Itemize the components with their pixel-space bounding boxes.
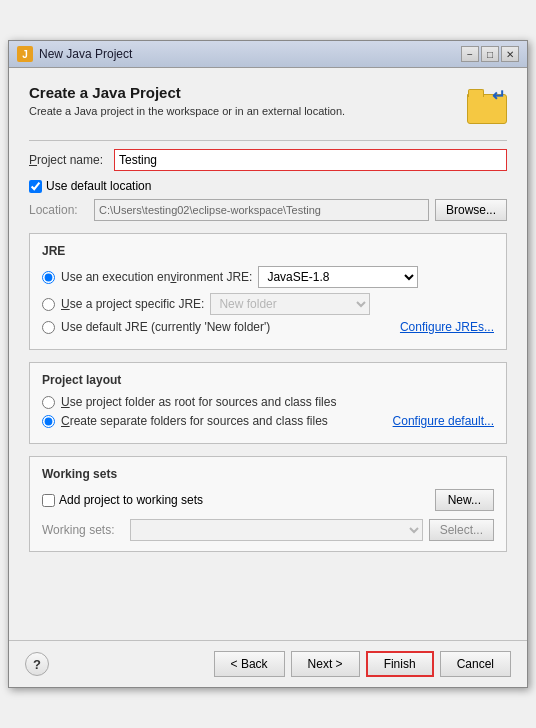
add-to-working-sets-checkbox[interactable]: [42, 494, 55, 507]
jre-env-row: Use an execution environment JRE: JavaSE…: [42, 266, 494, 288]
finish-button[interactable]: Finish: [366, 651, 434, 677]
dialog-content: Create a Java Project Create a Java proj…: [9, 68, 527, 640]
back-button[interactable]: < Back: [214, 651, 285, 677]
jre-default-radio[interactable]: [42, 321, 55, 334]
layout-root-label: Use project folder as root for sources a…: [61, 395, 336, 409]
help-button[interactable]: ?: [25, 652, 49, 676]
jre-env-label: Use an execution environment JRE:: [61, 270, 252, 284]
project-name-label: Project name:: [29, 153, 114, 167]
jre-specific-label-text: Use a project specific JRE:: [61, 297, 204, 311]
working-sets-combo: [130, 519, 423, 541]
layout-root-radio[interactable]: [42, 396, 55, 409]
back-label: < Back: [231, 657, 268, 671]
jre-env-dropdown[interactable]: JavaSE-1.8: [258, 266, 418, 288]
main-window: J New Java Project − □ ✕ Create a Java P…: [8, 40, 528, 688]
next-button[interactable]: Next >: [291, 651, 360, 677]
location-row: Location: Browse...: [29, 199, 507, 221]
page-header: Create a Java Project Create a Java proj…: [29, 84, 507, 124]
layout-separate-radio[interactable]: [42, 415, 55, 428]
footer-buttons: < Back Next > Finish Cancel: [214, 651, 511, 677]
header-divider: [29, 140, 507, 141]
finish-label: Finish: [384, 657, 416, 671]
label-underline: P: [29, 153, 37, 167]
cancel-button[interactable]: Cancel: [440, 651, 511, 677]
jre-section: JRE Use an execution environment JRE: Ja…: [29, 233, 507, 350]
cancel-label: Cancel: [457, 657, 494, 671]
browse-button[interactable]: Browse...: [435, 199, 507, 221]
working-sets-title: Working sets: [42, 467, 494, 481]
label-rest: roject name:: [37, 153, 103, 167]
jre-default-row: Use default JRE (currently 'New folder')…: [42, 320, 494, 334]
maximize-button[interactable]: □: [481, 46, 499, 62]
location-input[interactable]: [94, 199, 429, 221]
title-bar: J New Java Project − □ ✕: [9, 41, 527, 68]
project-layout-section: Project layout Use project folder as roo…: [29, 362, 507, 444]
use-default-checkbox[interactable]: [29, 180, 42, 193]
jre-specific-label: Use a project specific JRE:: [61, 297, 204, 311]
project-name-input[interactable]: [114, 149, 507, 171]
page-title: Create a Java Project: [29, 84, 345, 101]
jre-specific-dropdown: New folder: [210, 293, 370, 315]
jre-default-label-text: Use default JRE (currently 'New folder'): [61, 320, 270, 334]
jre-env-label-text: Use an execution environment JRE:: [61, 270, 252, 284]
window-icon: J: [17, 46, 33, 62]
project-name-row: Project name:: [29, 149, 507, 171]
select-working-set-button: Select...: [429, 519, 494, 541]
layout-root-text: Use project folder as root for sources a…: [61, 395, 336, 409]
use-default-label[interactable]: Use default location: [46, 179, 151, 193]
project-layout-title: Project layout: [42, 373, 494, 387]
layout-separate-label: Create separate folders for sources and …: [61, 414, 328, 428]
page-header-text: Create a Java Project Create a Java proj…: [29, 84, 345, 117]
working-sets-section: Working sets Add project to working sets…: [29, 456, 507, 552]
jre-specific-radio[interactable]: [42, 298, 55, 311]
working-sets-input-label: Working sets:: [42, 523, 130, 537]
add-to-working-sets-label[interactable]: Add project to working sets: [59, 493, 203, 507]
layout-separate-text: Create separate folders for sources and …: [61, 414, 328, 428]
window-title: New Java Project: [39, 47, 132, 61]
page-icon: ↵: [459, 84, 507, 124]
new-working-set-button[interactable]: New...: [435, 489, 494, 511]
jre-section-title: JRE: [42, 244, 494, 258]
close-button[interactable]: ✕: [501, 46, 519, 62]
title-bar-left: J New Java Project: [17, 46, 132, 62]
dialog-footer: ? < Back Next > Finish Cancel: [9, 640, 527, 687]
layout-separate-row: Create separate folders for sources and …: [42, 414, 494, 428]
use-default-location-row: Use default location: [29, 179, 507, 193]
location-label: Location:: [29, 203, 94, 217]
jre-default-label: Use default JRE (currently 'New folder'): [61, 320, 270, 334]
page-subtitle: Create a Java project in the workspace o…: [29, 105, 345, 117]
minimize-button[interactable]: −: [461, 46, 479, 62]
configure-jres-link[interactable]: Configure JREs...: [400, 320, 494, 334]
jre-specific-row: Use a project specific JRE: New folder: [42, 293, 494, 315]
working-sets-add-row: Add project to working sets New...: [42, 489, 494, 511]
configure-default-link[interactable]: Configure default...: [393, 414, 494, 428]
next-label: Next >: [308, 657, 343, 671]
jre-env-radio[interactable]: [42, 271, 55, 284]
layout-root-row: Use project folder as root for sources a…: [42, 395, 494, 409]
title-bar-controls: − □ ✕: [461, 46, 519, 62]
working-sets-input-row: Working sets: Select...: [42, 519, 494, 541]
bottom-area: [29, 564, 507, 624]
arrow-icon: ↵: [492, 86, 505, 105]
